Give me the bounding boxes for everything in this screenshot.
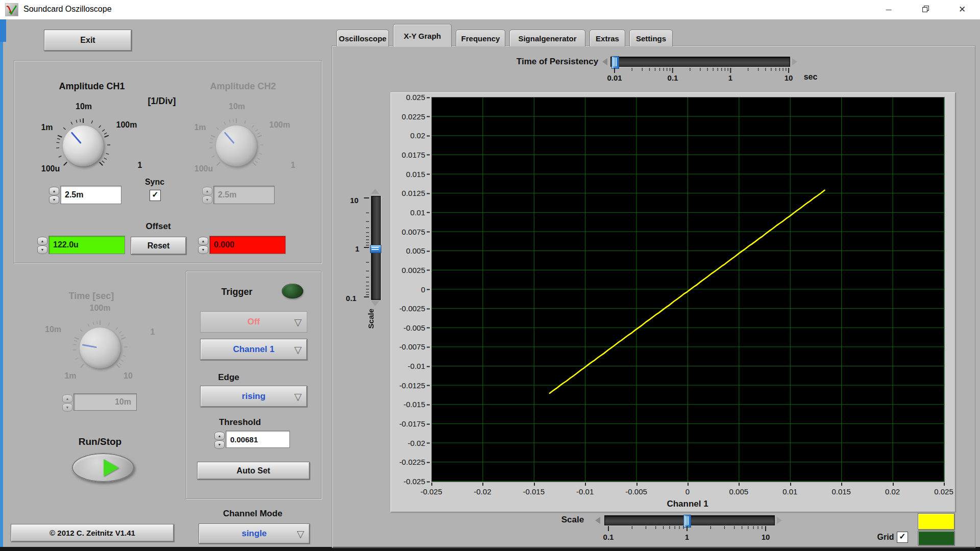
persistency-tick-0.01: 0.01	[607, 73, 622, 82]
trigger-source-dropdown[interactable]: Channel 1 ▽	[200, 339, 307, 360]
tab-signalgenerator[interactable]: Signalgenerator	[509, 30, 585, 46]
time-knob-label-1m: 1m	[64, 371, 76, 381]
close-button[interactable]: ✕	[947, 0, 977, 19]
trigger-edge-dropdown[interactable]: rising ▽	[200, 386, 307, 407]
x-tick-label: 0.01	[772, 487, 808, 496]
trace-color-swatch	[918, 513, 954, 530]
threshold-value[interactable]: 0.00681	[226, 431, 290, 448]
y-tick-label: 0.0125	[388, 189, 425, 197]
bottom-scale-left-arrow-icon[interactable]	[595, 517, 600, 524]
left-scale-up-arrow-icon[interactable]	[371, 189, 379, 194]
bottom-scale-label: Scale	[561, 515, 584, 525]
tab-xy-graph[interactable]: X-Y Graph	[393, 24, 452, 47]
time-knob-label-10: 10	[124, 371, 133, 381]
x-tick-label: 0.025	[926, 487, 962, 496]
sync-label: Sync	[145, 178, 164, 187]
ch1-knob-label-1: 1	[138, 161, 142, 170]
x-axis-title: Channel 1	[667, 499, 708, 509]
grid-label: Grid	[877, 533, 894, 542]
offset-label: Offset	[145, 221, 170, 232]
left-scale-handle[interactable]	[370, 245, 381, 253]
threshold-stepper[interactable]: ▲▼	[214, 432, 225, 448]
y-tick-label: -0.0025	[388, 304, 425, 313]
ch2-knob-label-100u: 100u	[194, 164, 213, 173]
left-scale-down-arrow-icon[interactable]	[371, 301, 379, 306]
y-tick-label: 0.0025	[388, 265, 425, 274]
bottom-scale-right-arrow-icon[interactable]	[777, 517, 782, 524]
play-icon	[104, 459, 119, 477]
y-tick-label: 0.0175	[388, 150, 425, 159]
tab-oscilloscope[interactable]: Oscilloscope	[336, 30, 389, 46]
minimize-button[interactable]: ─	[874, 0, 903, 19]
y-tick-label: -0.0175	[388, 419, 425, 428]
trigger-edge-value: rising	[242, 391, 265, 402]
trigger-mode-value: Off	[248, 317, 260, 327]
offset-ch2-stepper[interactable]: ▲▼	[198, 237, 208, 253]
trigger-source-value: Channel 1	[233, 344, 274, 355]
bottom-scale-ticks	[608, 526, 766, 532]
bottom-scale-tick-0.1: 0.1	[603, 533, 614, 541]
ch2-knob-label-100m: 100m	[270, 120, 290, 130]
ch2-amplitude-value[interactable]: 2.5m	[213, 186, 275, 204]
tab-settings[interactable]: Settings	[629, 30, 673, 46]
window-edge-accent	[0, 19, 3, 551]
copyright-label: © 2012 C. Zeitnitz V1.41	[11, 524, 174, 542]
x-tick-label: 0.005	[721, 487, 756, 496]
grid-checkbox[interactable]: ✓	[897, 532, 908, 543]
trigger-mode-dropdown[interactable]: Off ▽	[200, 311, 307, 333]
x-tick-label: 0	[670, 487, 705, 496]
run-stop-button[interactable]	[72, 453, 134, 482]
y-tick-label: 0.005	[388, 246, 425, 255]
channel-mode-value: single	[241, 529, 266, 539]
y-tick-label: 0.01	[388, 208, 425, 216]
xy-plot-area	[431, 97, 945, 482]
y-tick-label: 0.025	[388, 93, 425, 102]
y-tick-label: 0.015	[388, 169, 425, 178]
persistency-tick-0.1: 0.1	[668, 73, 678, 82]
tab-frequency[interactable]: Frequency	[456, 30, 505, 46]
offset-ch2-value[interactable]: 0.000	[209, 236, 286, 254]
trigger-title: Trigger	[221, 287, 252, 297]
chevron-down-icon: ▽	[297, 528, 304, 540]
time-value-stepper[interactable]: ▲▼	[62, 394, 72, 411]
ch2-knob-label-1: 1	[291, 161, 296, 170]
offset-ch1-value[interactable]: 122.0u	[48, 236, 125, 254]
bottom-scale-tick-10: 10	[762, 533, 770, 541]
left-scale-tick-10: 10	[350, 196, 359, 205]
tab-extras[interactable]: Extras	[590, 30, 625, 46]
offset-reset-button[interactable]: Reset	[131, 237, 186, 255]
y-tick-label: 0.02	[388, 131, 425, 140]
y-tick-label: 0	[388, 285, 425, 293]
auto-set-button[interactable]: Auto Set	[197, 462, 310, 480]
ch2-amplitude-stepper[interactable]: ▲▼	[202, 187, 212, 203]
time-knob-label-1: 1	[151, 328, 155, 337]
x-tick-label: 0.02	[875, 487, 911, 496]
chevron-down-icon: ▽	[294, 391, 302, 403]
persistency-slider-track[interactable]	[610, 57, 790, 67]
time-value[interactable]: 10m	[74, 393, 137, 411]
y-tick-label: -0.0075	[388, 342, 425, 351]
slider-left-arrow-icon[interactable]	[602, 58, 607, 65]
window-corner-accent	[0, 19, 6, 42]
persistency-unit: sec	[804, 72, 818, 82]
x-tick-label: -0.01	[567, 487, 603, 496]
grid-color-swatch	[918, 531, 954, 545]
maximize-button[interactable]	[911, 0, 940, 19]
ch1-amplitude-value[interactable]: 2.5m	[60, 186, 121, 204]
persistency-slider-handle[interactable]	[611, 56, 619, 69]
offset-ch1-stepper[interactable]: ▲▼	[37, 237, 47, 253]
persistency-label: Time of Persistency	[517, 57, 598, 67]
time-knob-title: Time [sec]	[69, 291, 114, 302]
y-tick-label: 0.0225	[388, 112, 425, 120]
ch2-knob-label-10m: 10m	[229, 102, 245, 111]
threshold-label: Threshold	[219, 417, 261, 428]
left-scale-ticks	[359, 198, 369, 299]
ch1-amplitude-stepper[interactable]: ▲▼	[49, 187, 59, 203]
y-tick-label: -0.02	[388, 438, 425, 447]
channel-mode-dropdown[interactable]: single ▽	[199, 523, 310, 544]
left-scale-tick-1: 1	[355, 244, 359, 253]
app-icon	[5, 3, 18, 16]
sync-checkbox[interactable]: ✓	[150, 190, 161, 201]
slider-right-arrow-icon[interactable]	[792, 58, 797, 65]
exit-button[interactable]: Exit	[44, 30, 132, 51]
